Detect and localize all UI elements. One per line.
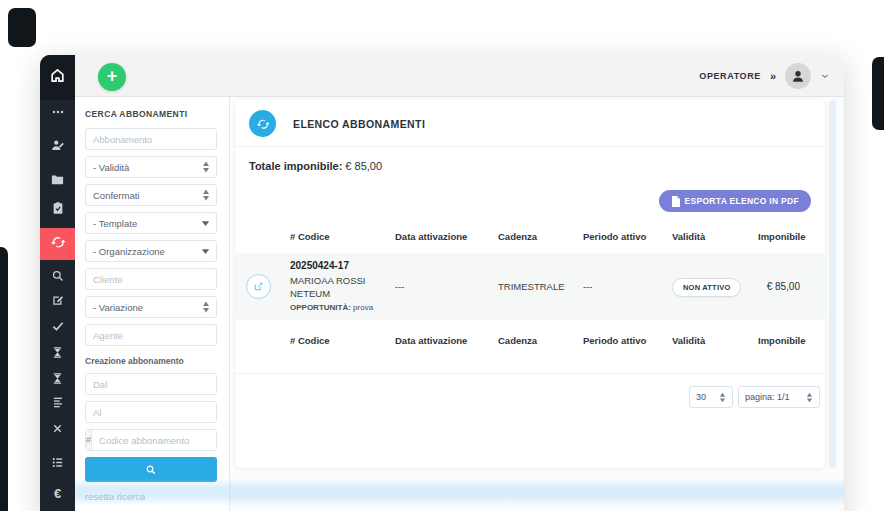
al-date-field[interactable] [85, 401, 217, 423]
select-arrows-icon [202, 161, 210, 173]
select-arrows-icon [202, 301, 210, 313]
row-code[interactable]: 20250424-17 [290, 259, 395, 274]
operator-label[interactable]: OPERATORE [699, 71, 761, 81]
sidebar-item-compose[interactable] [40, 287, 75, 313]
search-icon [51, 269, 65, 283]
cliente-input[interactable] [85, 268, 217, 290]
sidebar-item-pending[interactable] [40, 339, 75, 365]
col-header-imponibile: Imponibile [758, 231, 831, 242]
confermati-select[interactable]: Confermati [85, 184, 217, 206]
align-left-icon [51, 395, 65, 409]
topbar-user-area: OPERATORE » [699, 55, 830, 97]
icon-sidebar: € [40, 55, 75, 511]
abbonamento-input[interactable] [85, 128, 217, 150]
col-header-cadenza: Cadenza [498, 231, 583, 242]
table-row: 20250424-17 MARIOAA ROSSI NETEUM OPPORTU… [235, 253, 825, 320]
sidebar-item-search[interactable] [40, 263, 75, 289]
row-company: NETEUM [290, 287, 395, 301]
codice-input[interactable] [92, 430, 238, 450]
search-panel-title: CERCA ABBONAMENTI [85, 109, 217, 119]
sidebar-item-list[interactable] [40, 449, 75, 475]
template-select[interactable]: - Template [85, 212, 217, 234]
chevron-down-icon[interactable] [820, 67, 830, 85]
peek-window-right [872, 57, 884, 130]
sidebar-item-documents[interactable] [40, 166, 75, 192]
al-input[interactable] [86, 402, 232, 422]
page-size-select[interactable]: 30 [689, 386, 733, 408]
agente-input[interactable] [85, 324, 217, 346]
row-taxable: € 85,00 [758, 281, 825, 292]
row-opportunity-value: prova [351, 303, 373, 312]
dots-icon [51, 105, 65, 119]
sidebar-item-tasks[interactable] [40, 195, 75, 221]
sidebar-item-expiring[interactable] [40, 365, 75, 391]
sidebar-item-agents[interactable] [40, 132, 75, 158]
row-opportunity-label: OPPORTUNITÀ: [290, 303, 351, 312]
confermati-select-value: Confermati [93, 190, 139, 201]
col-header-codice: # Codice [290, 231, 395, 242]
page-select[interactable]: pagina: 1/1 [738, 386, 820, 408]
row-activation-date: --- [395, 281, 498, 292]
dal-date-field[interactable] [85, 373, 217, 395]
col-footer-imponibile: Imponibile [758, 335, 831, 346]
export-row: ESPORTA ELENCO IN PDF [235, 174, 825, 216]
user-edit-icon [50, 138, 65, 153]
edit-row-button[interactable] [246, 274, 271, 299]
list-icon [50, 455, 65, 470]
page-indicator: pagina: 1/1 [745, 392, 790, 402]
row-active-period: --- [583, 281, 672, 292]
sync-icon [256, 117, 270, 131]
close-icon [51, 422, 64, 435]
organizzazione-select[interactable]: - Organizzazione [85, 240, 217, 262]
pdf-file-icon [671, 196, 680, 207]
avatar[interactable] [785, 63, 811, 89]
folder-icon [50, 172, 65, 187]
row-code-cell: 20250424-17 MARIOAA ROSSI NETEUM OPPORTU… [290, 259, 395, 314]
table-footer-header-row: # Codice Data attivazione Cadenza Period… [235, 320, 825, 357]
sidebar-item-billing[interactable]: € [40, 480, 75, 506]
app-logo[interactable] [40, 55, 75, 100]
user-icon [790, 68, 806, 84]
compose-icon [51, 293, 65, 307]
dal-input[interactable] [86, 374, 232, 394]
add-button[interactable]: + [98, 63, 126, 91]
col-header-periodo-attivo: Periodo attivo [583, 231, 672, 242]
col-footer-codice: # Codice [290, 335, 395, 346]
search-button[interactable] [85, 457, 217, 482]
sidebar-item-dots[interactable] [40, 99, 75, 125]
home-icon [49, 67, 66, 88]
dropdown-arrow-icon [201, 248, 210, 255]
table-header-row: # Codice Data attivazione Cadenza Period… [235, 216, 825, 253]
peek-window-top-left [8, 8, 36, 47]
creation-section-label: Creazione abbonamento [85, 356, 217, 366]
page-size-value: 30 [696, 392, 706, 402]
organizzazione-select-value: - Organizzazione [93, 246, 165, 257]
sidebar-item-cancelled[interactable] [40, 415, 75, 441]
total-taxable: Totale imponibile: € 85,00 [235, 147, 825, 174]
euro-icon: € [54, 486, 61, 501]
col-header-data-attivazione: Data attivazione [395, 231, 498, 242]
export-pdf-label: ESPORTA ELENCO IN PDF [685, 196, 799, 206]
card-header: ELENCO ABBONAMENTI [235, 100, 825, 146]
main-area: ELENCO ABBONAMENTI Totale imponibile: € … [230, 97, 844, 511]
scrollbar-track[interactable] [829, 100, 836, 468]
pagination: 30 pagina: 1/1 [235, 374, 825, 408]
export-pdf-button[interactable]: ESPORTA ELENCO IN PDF [659, 190, 811, 212]
search-panel: CERCA ABBONAMENTI - Validità Confermati … [75, 97, 230, 511]
dropdown-arrow-icon [201, 220, 210, 227]
codice-field[interactable]: # [85, 429, 217, 451]
validita-select[interactable]: - Validità [85, 156, 217, 178]
status-badge: NON ATTIVO [672, 278, 741, 297]
sidebar-item-approvals[interactable] [40, 313, 75, 339]
search-icon [145, 464, 157, 476]
reset-search-link[interactable]: resetta ricerca [85, 491, 217, 502]
sidebar-item-subscriptions-active[interactable] [40, 228, 75, 260]
validita-select-value: - Validità [93, 162, 129, 173]
row-cadence: TRIMESTRALE [498, 281, 583, 292]
row-opportunity: OPPORTUNITÀ: prova [290, 302, 395, 314]
sidebar-item-logs[interactable] [40, 389, 75, 415]
app-window: € + OPERATORE » CERCA ABBONAMENTI - Vali… [40, 55, 844, 511]
refresh-button[interactable] [249, 110, 276, 137]
col-footer-periodo-attivo: Periodo attivo [583, 335, 672, 346]
variazione-select[interactable]: - Variazione [85, 296, 217, 318]
